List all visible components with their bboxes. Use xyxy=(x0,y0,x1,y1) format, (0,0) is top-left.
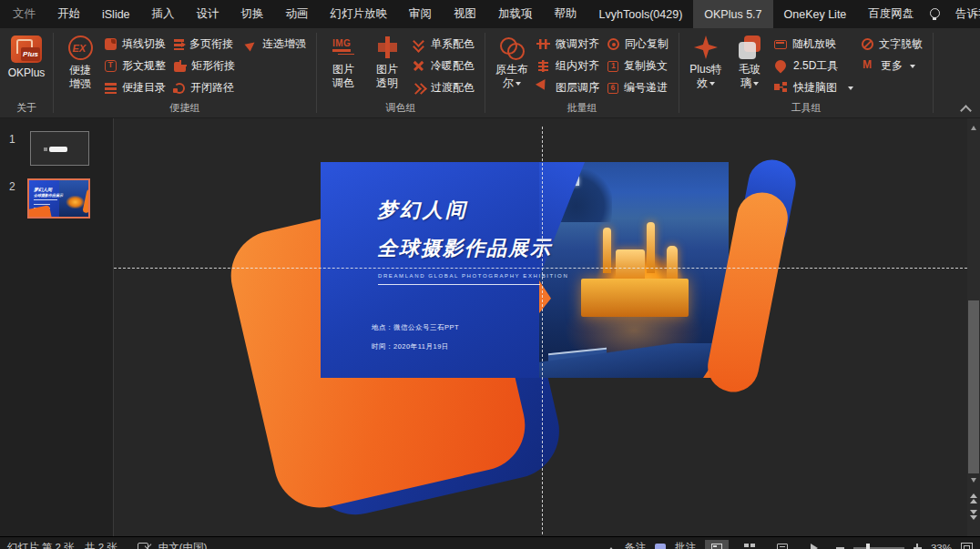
tab-animations[interactable]: 动画 xyxy=(275,0,320,28)
slide-english-caption[interactable]: DREAMLAND GLOBAL PHOTOGRAPHY EXHIBITION xyxy=(378,273,568,279)
zoom-out-button[interactable] xyxy=(836,547,844,549)
comments-icon xyxy=(655,544,666,549)
slide-title-textbox[interactable]: 梦幻人间 xyxy=(377,197,468,224)
zoom-slider-knob[interactable] xyxy=(866,544,870,549)
slide-subtitle-textbox[interactable]: 全球摄影作品展示 xyxy=(377,235,552,262)
image-transparency-button[interactable]: 图片 透明 xyxy=(365,31,409,98)
tell-me-button[interactable]: 告诉我 xyxy=(944,6,980,22)
rectangle-link-button[interactable]: 矩形衔接 xyxy=(171,55,240,76)
slide-date-textbox[interactable]: 时间：2020年11月19日 xyxy=(372,342,449,351)
multipage-link-button[interactable]: 多页衔接 xyxy=(171,33,240,55)
mono-palette-button[interactable]: 单系配色 xyxy=(409,33,480,55)
number-increment-button[interactable]: 编号递进 xyxy=(605,76,674,98)
fit-to-window-button[interactable] xyxy=(961,543,973,549)
scroll-up-arrow[interactable] xyxy=(967,120,980,133)
lightbulb-icon[interactable] xyxy=(928,8,937,20)
slide-1-number: 1 xyxy=(9,133,15,146)
slide-location-textbox[interactable]: 地点：微信公众号三石PPT xyxy=(372,323,459,332)
comments-button[interactable]: 批注 xyxy=(675,541,696,549)
scroll-down-arrow[interactable] xyxy=(967,473,980,486)
notched-rect-icon xyxy=(174,62,186,72)
tab-insert[interactable]: 插入 xyxy=(141,0,186,28)
screen-icon xyxy=(774,40,787,49)
slide-sorter-view-button[interactable] xyxy=(738,540,761,549)
scrollbar-thumb[interactable] xyxy=(968,300,979,473)
cursor-arrow-icon xyxy=(243,37,257,51)
img-adjust-icon xyxy=(332,36,355,59)
frosted-glass-button[interactable]: 毛玻 璃 xyxy=(728,31,771,98)
language-status[interactable]: 中文(中国) xyxy=(158,541,208,549)
native-boolean-button[interactable]: 原生布 尔 xyxy=(490,31,534,98)
menu-bar: 文件 开始 iSlide 插入 设计 切换 动画 幻灯片放映 审阅 视图 加载项… xyxy=(0,0,980,28)
application-window: 文件 开始 iSlide 插入 设计 切换 动画 幻灯片放映 审阅 视图 加载项… xyxy=(0,0,980,549)
more-button[interactable]: 更多 xyxy=(859,55,928,76)
pages-arrow-icon xyxy=(174,39,184,50)
shape-text-tidy-button[interactable]: 形文规整 xyxy=(102,55,171,76)
city-night-photo[interactable] xyxy=(539,162,729,378)
quick-toc-button[interactable]: 便捷目录 xyxy=(102,76,171,98)
zoom-in-button[interactable] xyxy=(914,544,922,549)
tab-onekey-lite[interactable]: OneKey Lite xyxy=(773,0,858,28)
next-slide-button[interactable] xyxy=(968,510,979,524)
plus-effects-button[interactable]: Plus特 效 xyxy=(684,31,728,98)
group-align-button[interactable]: 组内对齐 xyxy=(534,55,605,76)
tab-view[interactable]: 视图 xyxy=(443,0,487,28)
vertical-guide-line[interactable] xyxy=(542,127,543,534)
group-label-about: 关于 xyxy=(0,100,53,117)
tool-25d-button[interactable]: 2.5D工具 xyxy=(771,55,859,76)
status-bar: 幻灯片 第 2 张，共 2 张 中文(中国) 备注 批注 33% xyxy=(0,536,980,549)
tab-help[interactable]: 帮助 xyxy=(544,0,588,28)
normal-view-button[interactable] xyxy=(705,540,729,549)
zoom-slider[interactable] xyxy=(853,547,904,549)
tab-review[interactable]: 审阅 xyxy=(398,0,443,28)
tab-baidu-netdisk[interactable]: 百度网盘 xyxy=(857,0,924,28)
warm-cool-palette-button[interactable]: 冷暖配色 xyxy=(409,55,480,76)
notes-collapse-icon xyxy=(607,544,616,549)
slide-thumbnail-panel: 1 2 梦幻人间 全球摄影作品展示 xyxy=(0,118,114,536)
random-slideshow-button[interactable]: 随机放映 xyxy=(771,33,859,55)
image-color-button[interactable]: 图片 调色 xyxy=(322,31,365,98)
reading-view-button[interactable] xyxy=(771,540,794,549)
cross-arrows-icon xyxy=(412,59,425,73)
concentric-copy-button[interactable]: 同心复制 xyxy=(605,33,674,55)
tab-addins[interactable]: 加载项 xyxy=(487,0,544,28)
enhance-label-line1: 便捷 xyxy=(69,64,91,77)
reading-view-icon xyxy=(777,544,788,549)
fine-align-button[interactable]: 微调对齐 xyxy=(534,33,605,55)
slide-page[interactable]: 梦幻人间 全球摄影作品展示 DREAMLAND GLOBAL PHOTOGRAP… xyxy=(321,162,729,378)
mini-slide-background: 梦幻人间 全球摄影作品展示 xyxy=(29,180,88,217)
notes-button[interactable]: 备注 xyxy=(625,541,646,549)
enhance-button[interactable]: 便捷 增强 xyxy=(58,31,102,98)
tab-file[interactable]: 文件 xyxy=(0,0,46,28)
slide-1-thumbnail[interactable] xyxy=(30,131,89,166)
open-close-path-button[interactable]: 开闭路径 xyxy=(171,76,240,98)
copy-replace-text-button[interactable]: 复制换文 xyxy=(605,55,674,76)
zoom-percent[interactable]: 33% xyxy=(931,543,952,549)
tab-lvyhtools[interactable]: LvyhTools(0429) xyxy=(588,0,694,28)
gradient-palette-button[interactable]: 过渡配色 xyxy=(409,76,480,98)
tab-slideshow[interactable]: 幻灯片放映 xyxy=(320,0,399,28)
quick-mindmap-button[interactable]: 快捷脑图 xyxy=(771,76,859,98)
spellcheck-icon[interactable] xyxy=(138,542,151,549)
collapse-ribbon-chevron-icon[interactable] xyxy=(961,106,971,112)
tab-home[interactable]: 开始 xyxy=(46,0,91,28)
ex-circle-icon xyxy=(68,36,93,60)
layer-order-button[interactable]: 图层调序 xyxy=(534,76,605,98)
slide-2-thumbnail-selected[interactable]: 梦幻人间 全球摄影作品展示 xyxy=(27,178,90,219)
tab-design[interactable]: 设计 xyxy=(186,0,230,28)
horizontal-guide-line[interactable] xyxy=(114,268,967,269)
photo-tower xyxy=(603,228,611,273)
fill-line-toggle-button[interactable]: 填线切换 xyxy=(102,33,171,55)
enhance-label-line2: 增强 xyxy=(69,77,91,91)
tab-islide[interactable]: iSlide xyxy=(91,0,141,28)
slideshow-view-button[interactable] xyxy=(803,540,827,549)
okplus-logo-icon xyxy=(11,36,42,63)
okplus-about-button[interactable]: OKPlus xyxy=(5,31,48,98)
tab-okplus[interactable]: OKPlus 5.7 xyxy=(693,0,772,28)
select-enhance-button[interactable]: 连选增强 xyxy=(240,33,311,55)
group-align-icon xyxy=(536,59,550,73)
tab-transitions[interactable]: 切换 xyxy=(230,0,275,28)
text-desensitize-button[interactable]: 文字脱敏 xyxy=(859,33,928,55)
concentric-circle-icon xyxy=(607,38,619,50)
previous-slide-button[interactable] xyxy=(968,490,979,504)
